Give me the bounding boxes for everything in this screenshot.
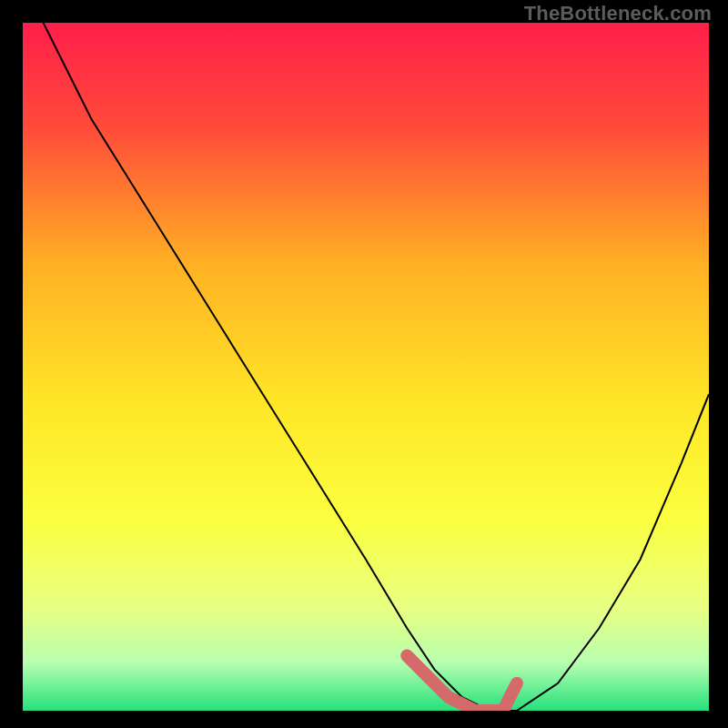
chart-background [23, 23, 709, 711]
chart-svg [23, 23, 709, 711]
plot-container [23, 23, 709, 711]
